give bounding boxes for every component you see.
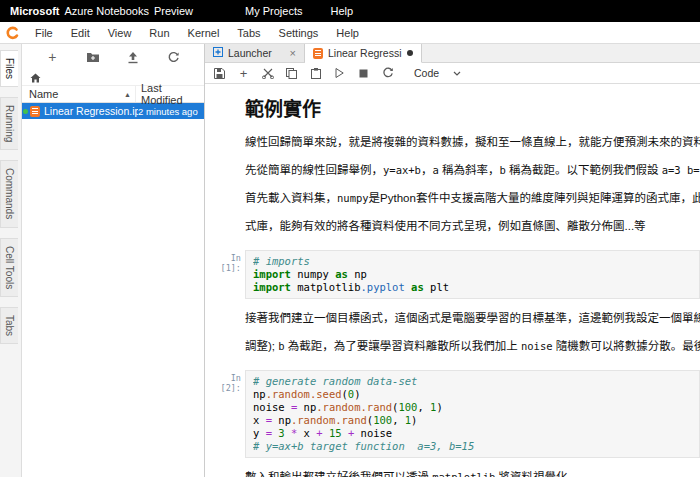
markdown-cell: 範例實作線性回歸簡單來說，就是將複雜的資料數據，擬和至一條直線上，就能方便預測未… xyxy=(211,88,700,245)
tab-linear-regressi[interactable]: Linear Regressi xyxy=(305,44,422,63)
markdown-paragraph: 線性回歸簡單來說，就是將複雜的資料數據，擬和至一條直線上，就能方便預測未來的資料… xyxy=(245,133,700,149)
brand-microsoft: Microsoft xyxy=(10,5,60,17)
close-icon[interactable]: × xyxy=(290,47,296,59)
unsaved-dot xyxy=(407,50,413,56)
chevron-down-icon xyxy=(453,71,461,76)
file-name: Linear Regression.ipynb xyxy=(44,105,138,117)
file-list-header: Name ▲ Last Modified xyxy=(22,85,204,103)
code-editor[interactable]: # generate random data-setnp.random.seed… xyxy=(245,370,700,458)
file-browser-toolbar: + xyxy=(22,44,204,70)
markdown-cell: 接著我們建立一個目標函式，這個函式是電腦要學習的目標基準，這邊範例我設定一個單線… xyxy=(211,309,700,365)
restart-kernel-icon[interactable] xyxy=(380,66,395,81)
cell-prompt: In [2]: xyxy=(211,367,245,466)
notebook-file-icon xyxy=(30,106,40,117)
tab-label: Launcher xyxy=(228,47,272,59)
upload-button[interactable] xyxy=(125,49,141,65)
cell-prompt xyxy=(211,309,245,365)
cut-icon[interactable] xyxy=(260,66,275,81)
menu-help[interactable]: Help xyxy=(327,24,368,42)
file-list: Linear Regression.ipynb2 minutes ago xyxy=(22,103,204,119)
markdown-paragraph: 式庫，能夠有效的將各種資料使用不同方式呈現，例如直條圖、離散分佈圖...等 xyxy=(245,217,700,233)
markdown-paragraph: 接著我們建立一個目標函式，這個函式是電腦要學習的目標基準，這邊範例我設定一個單線… xyxy=(245,309,700,325)
sidebar-tab-cell-tools[interactable]: Cell Tools xyxy=(0,238,18,297)
topnav-my-projects[interactable]: My Projects xyxy=(245,5,302,17)
kernel-running-dot xyxy=(23,109,28,114)
markdown-paragraph: 數入和輸出都建立好後我們可以透過 matplotlib 將資料視覺化。 xyxy=(245,468,700,477)
azure-notebooks-logo-icon xyxy=(4,25,20,41)
notebook-icon xyxy=(313,48,323,59)
paste-icon[interactable] xyxy=(308,66,323,81)
new-folder-button[interactable] xyxy=(85,49,101,65)
top-nav: My ProjectsHelp xyxy=(245,5,353,17)
cell-type-dropdown[interactable]: Code xyxy=(414,67,461,79)
sort-asc-icon: ▲ xyxy=(124,91,131,98)
menu-run[interactable]: Run xyxy=(140,24,178,42)
refresh-button[interactable] xyxy=(166,49,182,65)
tab-label: Linear Regressi xyxy=(328,47,402,59)
code-editor[interactable]: # importsimport numpy as npimport matplo… xyxy=(245,250,700,299)
notebook-toolbar: + Code xyxy=(205,63,700,84)
column-last-modified[interactable]: Last Modified xyxy=(136,82,204,106)
notebook-scroll-area[interactable]: 範例實作線性回歸簡單來說，就是將複雜的資料數據，擬和至一條直線上，就能方便預測未… xyxy=(205,84,700,477)
menu-items: FileEditViewRunKernelTabsSettingsHelp xyxy=(26,24,368,42)
sidebar-tab-commands[interactable]: Commands xyxy=(0,160,18,227)
brand-preview: Preview xyxy=(154,5,193,17)
markdown-paragraph: 首先載入資料集，numpy是Python套件中支援高階大量的維度陣列與矩陣運算的… xyxy=(245,189,700,205)
document-tab-bar: Launcher×Linear Regressi xyxy=(205,44,700,63)
code-cell: In [2]:# generate random data-setnp.rand… xyxy=(211,367,700,466)
add-cell-icon[interactable]: + xyxy=(236,66,251,81)
new-file-button[interactable]: + xyxy=(44,49,60,65)
file-browser-panel: + Name ▲ Last Modified Linear Regression… xyxy=(22,44,205,477)
topnav-help[interactable]: Help xyxy=(330,5,353,17)
brand-product: Azure Notebooks xyxy=(65,5,149,17)
menu-view[interactable]: View xyxy=(99,24,141,42)
sidebar-tab-running[interactable]: Running xyxy=(0,97,18,150)
menu-tabs[interactable]: Tabs xyxy=(228,24,269,42)
markdown-heading: 範例實作 xyxy=(245,94,700,121)
main-area: Launcher×Linear Regressi + xyxy=(205,44,700,477)
brand: Microsoft Azure Notebooks Preview xyxy=(10,5,193,17)
left-sidebar-strip: FilesRunningCommandsCell ToolsTabs xyxy=(0,44,22,477)
stop-icon[interactable] xyxy=(356,66,371,81)
top-app-bar: Microsoft Azure Notebooks Preview My Pro… xyxy=(0,0,700,22)
menu-settings[interactable]: Settings xyxy=(270,24,328,42)
column-name[interactable]: Name ▲ xyxy=(22,86,136,102)
save-icon[interactable] xyxy=(212,66,227,81)
menu-edit[interactable]: Edit xyxy=(62,24,99,42)
markdown-paragraph: 先從簡單的線性回歸舉例，y=ax+b，a 稱為斜率，b 稱為截距。以下範例我們假… xyxy=(245,161,700,177)
sidebar-tab-files[interactable]: Files xyxy=(0,50,18,87)
menu-bar: FileEditViewRunKernelTabsSettingsHelp xyxy=(0,22,700,44)
cell-prompt: In [1]: xyxy=(211,247,245,307)
file-row[interactable]: Linear Regression.ipynb2 minutes ago xyxy=(22,103,204,119)
file-modified: 2 minutes ago xyxy=(138,106,204,117)
run-icon[interactable] xyxy=(332,66,347,81)
code-cell: In [1]:# importsimport numpy as npimport… xyxy=(211,247,700,307)
markdown-paragraph: 調整); b 為截距，為了要讓學習資料離散所以我們加上 noise 隨機數可以將… xyxy=(245,337,700,353)
copy-icon[interactable] xyxy=(284,66,299,81)
menu-file[interactable]: File xyxy=(26,24,62,42)
markdown-cell: 數入和輸出都建立好後我們可以透過 matplotlib 將資料視覺化。 xyxy=(211,468,700,477)
tab-launcher[interactable]: Launcher× xyxy=(205,44,305,62)
notebook-cells: 範例實作線性回歸簡單來說，就是將複雜的資料數據，擬和至一條直線上，就能方便預測未… xyxy=(211,88,700,477)
cell-type-value: Code xyxy=(414,67,439,79)
cell-prompt xyxy=(211,468,245,477)
sidebar-tab-tabs[interactable]: Tabs xyxy=(0,307,18,344)
cell-prompt xyxy=(211,88,245,245)
launcher-icon xyxy=(213,47,223,59)
home-icon[interactable] xyxy=(30,73,41,83)
menu-kernel[interactable]: Kernel xyxy=(179,24,229,42)
